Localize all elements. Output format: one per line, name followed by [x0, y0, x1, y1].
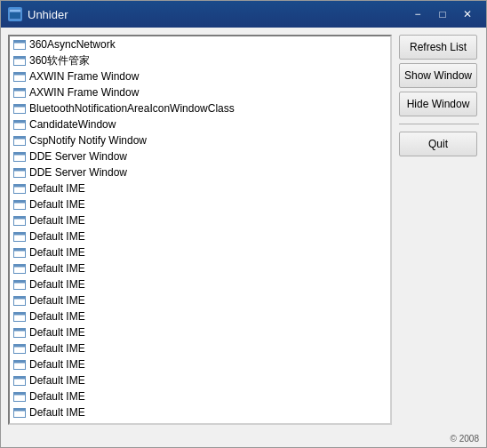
svg-rect-38: [14, 312, 26, 315]
unhider-window: Unhider − □ ✕ 360AsyncNetwork 360软件管家 AX…: [0, 0, 487, 448]
svg-rect-28: [14, 232, 26, 235]
list-item[interactable]: Default IME: [10, 212, 390, 228]
window-item-icon: [13, 71, 26, 82]
buttons-panel: Refresh List Show Window Hide Window Qui…: [399, 35, 479, 425]
list-item-label: Default IME: [29, 182, 85, 195]
window-item-icon: [13, 135, 26, 146]
list-item[interactable]: AXWIN Frame Window: [10, 84, 390, 100]
title-bar-controls: − □ ✕: [406, 4, 479, 24]
window-title: Unhider: [28, 8, 406, 21]
window-list[interactable]: 360AsyncNetwork 360软件管家 AXWIN Frame Wind…: [10, 36, 390, 423]
svg-rect-50: [14, 408, 26, 411]
svg-rect-12: [14, 104, 26, 107]
list-item-label: Default IME: [29, 390, 85, 403]
svg-rect-32: [14, 264, 26, 267]
list-item[interactable]: Default IME: [10, 420, 390, 423]
list-item[interactable]: Default IME: [10, 276, 390, 292]
window-item-icon: [13, 103, 26, 114]
list-item-label: Default IME: [29, 214, 85, 227]
list-item-label: DDE Server Window: [29, 150, 127, 163]
window-list-panel: 360AsyncNetwork 360软件管家 AXWIN Frame Wind…: [8, 35, 392, 425]
content-area: 360AsyncNetwork 360软件管家 AXWIN Frame Wind…: [1, 28, 486, 432]
list-item[interactable]: Default IME: [10, 292, 390, 308]
copyright-text: © 2008: [1, 432, 486, 447]
svg-rect-2: [10, 12, 20, 19]
window-item-icon: [13, 327, 26, 338]
window-item-icon: [13, 375, 26, 386]
quit-button[interactable]: Quit: [399, 132, 477, 156]
list-item[interactable]: DDE Server Window: [10, 164, 390, 180]
list-item[interactable]: 360AsyncNetwork: [10, 36, 390, 52]
list-item[interactable]: Default IME: [10, 244, 390, 260]
window-item-icon: [13, 119, 26, 130]
svg-rect-40: [14, 328, 26, 331]
list-item[interactable]: Default IME: [10, 340, 390, 356]
list-item-label: AXWIN Frame Window: [29, 86, 139, 99]
window-item-icon: [13, 279, 26, 290]
list-item-label: DDE Server Window: [29, 166, 127, 179]
list-item-label: Default IME: [29, 230, 85, 243]
svg-rect-42: [14, 344, 26, 347]
svg-rect-20: [14, 168, 26, 171]
app-icon: [8, 7, 22, 21]
window-item-icon: [13, 247, 26, 258]
list-item[interactable]: AXWIN Frame Window: [10, 68, 390, 84]
window-item-icon: [13, 215, 26, 226]
svg-rect-16: [14, 136, 26, 139]
list-item-label: BluetoothNotificationAreaIconWindowClass: [29, 102, 235, 115]
svg-rect-30: [14, 248, 26, 251]
list-item[interactable]: Default IME: [10, 308, 390, 324]
list-item-label: Default IME: [29, 326, 85, 339]
close-button[interactable]: ✕: [456, 4, 479, 24]
window-item-icon: [13, 343, 26, 354]
list-item[interactable]: Default IME: [10, 180, 390, 196]
svg-rect-8: [14, 72, 26, 75]
title-bar: Unhider − □ ✕: [1, 1, 486, 28]
list-item[interactable]: BluetoothNotificationAreaIconWindowClass: [10, 100, 390, 116]
list-item[interactable]: Default IME: [10, 228, 390, 244]
svg-rect-14: [14, 120, 26, 123]
show-window-button[interactable]: Show Window: [399, 63, 477, 88]
svg-rect-34: [14, 280, 26, 283]
svg-rect-24: [14, 200, 26, 203]
list-item[interactable]: Default IME: [10, 324, 390, 340]
window-item-icon: [13, 55, 26, 66]
refresh-list-button[interactable]: Refresh List: [399, 35, 477, 60]
list-item[interactable]: CandidateWindow: [10, 116, 390, 132]
list-item[interactable]: Default IME: [10, 372, 390, 388]
list-item-label: Default IME: [29, 422, 85, 423]
svg-rect-48: [14, 392, 26, 395]
svg-rect-6: [14, 56, 26, 59]
list-item-label: Default IME: [29, 310, 85, 323]
svg-rect-18: [14, 152, 26, 155]
list-item[interactable]: Default IME: [10, 404, 390, 420]
list-item-label: CandidateWindow: [29, 118, 116, 131]
maximize-button[interactable]: □: [431, 4, 454, 24]
list-item-label: Default IME: [29, 278, 85, 291]
window-item-icon: [13, 87, 26, 98]
list-item[interactable]: DDE Server Window: [10, 148, 390, 164]
window-item-icon: [13, 39, 26, 50]
list-item-label: Default IME: [29, 406, 85, 419]
list-item-label: Default IME: [29, 358, 85, 371]
list-item[interactable]: Default IME: [10, 388, 390, 404]
window-item-icon: [13, 167, 26, 178]
list-item[interactable]: Default IME: [10, 356, 390, 372]
window-item-icon: [13, 199, 26, 210]
list-item[interactable]: 360软件管家: [10, 52, 390, 68]
minimize-button[interactable]: −: [406, 4, 429, 24]
list-item[interactable]: Default IME: [10, 260, 390, 276]
separator: [399, 124, 479, 124]
window-item-icon: [13, 263, 26, 274]
list-item-label: Default IME: [29, 262, 85, 275]
list-item[interactable]: CspNotify Notify Window: [10, 132, 390, 148]
list-item-label: 360AsyncNetwork: [29, 38, 116, 51]
list-item[interactable]: Default IME: [10, 196, 390, 212]
window-item-icon: [13, 407, 26, 418]
list-item-label: CspNotify Notify Window: [29, 134, 147, 147]
list-item-label: Default IME: [29, 198, 85, 211]
window-item-icon: [13, 391, 26, 402]
window-item-icon: [13, 183, 26, 194]
window-item-icon: [13, 359, 26, 370]
hide-window-button[interactable]: Hide Window: [399, 92, 477, 116]
